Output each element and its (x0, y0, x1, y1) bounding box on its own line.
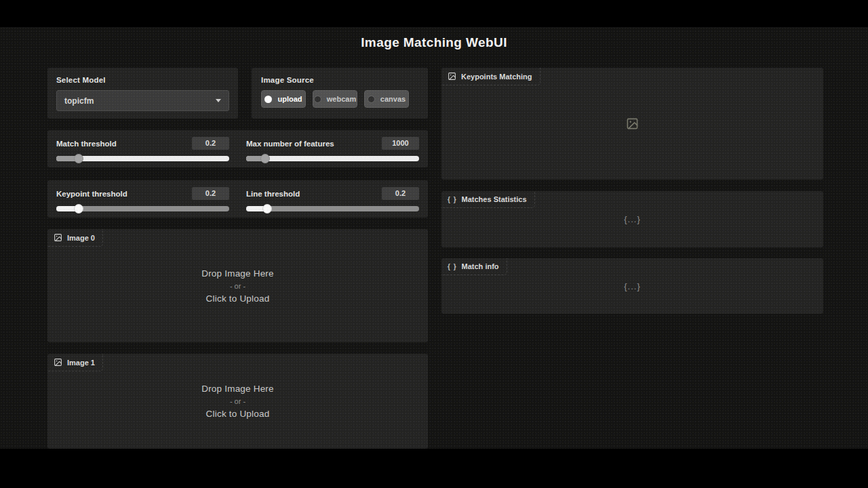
slider-thumb[interactable] (74, 204, 83, 214)
match-threshold-slider-group: Match threshold 0.2 (56, 137, 229, 161)
line-threshold-value[interactable]: 0.2 (382, 187, 419, 200)
match-threshold-label: Match threshold (56, 140, 117, 148)
match-info-badge: { } Match info (441, 258, 507, 275)
image-source-options: upload webcam canvas (261, 90, 418, 108)
keypoint-threshold-slider-group: Keypoint threshold 0.2 (56, 187, 229, 211)
click-to-upload-text: Click to Upload (206, 409, 270, 419)
slider-thumb[interactable] (260, 154, 270, 163)
radio-option-label: upload (277, 95, 302, 103)
image-1-badge: Image 1 (47, 354, 103, 371)
radio-option-webcam[interactable]: webcam (313, 90, 357, 108)
line-threshold-slider[interactable] (246, 206, 419, 211)
matches-statistics-panel: { } Matches Statistics {...} (441, 191, 823, 247)
keypoint-threshold-label: Keypoint threshold (56, 190, 127, 198)
radio-option-label: webcam (327, 95, 356, 103)
slider-thumb[interactable] (262, 204, 272, 214)
or-text: - or - (230, 282, 245, 290)
page-title: Image Matching WebUI (0, 35, 868, 50)
drop-image-text: Drop Image Here (201, 268, 274, 279)
json-braces-icon: { } (448, 196, 457, 203)
model-dropdown[interactable]: topicfm (56, 90, 229, 111)
slider-row-2-panel: Keypoint threshold 0.2 Line threshold 0.… (47, 180, 428, 218)
max-features-slider[interactable] (246, 156, 419, 161)
chevron-down-icon (216, 99, 221, 102)
select-model-panel: Select Model topicfm (47, 68, 238, 119)
image-0-panel: Image 0 Drop Image Here - or - Click to … (47, 229, 428, 342)
image-source-label: Image Source (261, 76, 418, 84)
slider-row-1-panel: Match threshold 0.2 Max number of featur… (47, 130, 428, 167)
image-1-drop-zone[interactable]: Drop Image Here - or - Click to Upload (47, 354, 428, 449)
match-info-label: Match info (462, 262, 499, 270)
click-to-upload-text: Click to Upload (206, 293, 270, 304)
max-features-label: Max number of features (246, 140, 334, 148)
or-text: - or - (230, 397, 245, 405)
slider-thumb[interactable] (74, 154, 83, 163)
matches-statistics-badge: { } Matches Statistics (441, 191, 535, 208)
image-placeholder-icon (626, 117, 639, 130)
model-dropdown-value: topicfm (64, 96, 94, 106)
image-icon (448, 72, 456, 81)
match-threshold-value[interactable]: 0.2 (192, 137, 229, 150)
radio-dot-icon (368, 96, 375, 103)
match-info-panel: { } Match info {...} (441, 258, 823, 314)
json-placeholder: {...} (624, 214, 641, 224)
keypoint-threshold-slider[interactable] (56, 206, 229, 211)
radio-dot-icon (264, 96, 272, 103)
radio-option-canvas[interactable]: canvas (364, 90, 409, 108)
select-model-label: Select Model (56, 76, 229, 84)
json-braces-icon: { } (448, 263, 457, 270)
image-0-drop-zone[interactable]: Drop Image Here - or - Click to Upload (47, 229, 428, 342)
image-0-label: Image 0 (67, 234, 95, 242)
keypoints-matching-panel: Keypoints Matching (441, 68, 823, 180)
max-features-value[interactable]: 1000 (382, 137, 419, 150)
match-threshold-slider[interactable] (56, 156, 229, 161)
image-icon (54, 233, 62, 242)
radio-dot-icon (314, 96, 321, 103)
drop-image-text: Drop Image Here (201, 384, 274, 394)
letterbox-bottom-bar (0, 449, 868, 488)
radio-option-label: canvas (380, 95, 406, 103)
image-0-badge: Image 0 (47, 229, 103, 247)
keypoints-matching-label: Keypoints Matching (461, 73, 532, 81)
image-1-label: Image 1 (67, 359, 95, 367)
image-icon (54, 358, 62, 367)
line-threshold-slider-group: Line threshold 0.2 (246, 187, 419, 211)
letterboxed-stage: Image Matching WebUI Select Model topicf… (0, 0, 868, 488)
image-source-panel: Image Source upload webcam canvas (252, 68, 428, 119)
radio-option-upload[interactable]: upload (261, 90, 306, 108)
keypoints-matching-badge: Keypoints Matching (441, 68, 540, 85)
matches-statistics-label: Matches Statistics (462, 195, 527, 203)
letterbox-top-bar (0, 0, 868, 27)
line-threshold-label: Line threshold (246, 190, 300, 198)
keypoint-threshold-value[interactable]: 0.2 (192, 187, 229, 200)
json-placeholder: {...} (624, 281, 641, 291)
image-1-panel: Image 1 Drop Image Here - or - Click to … (47, 354, 428, 449)
max-features-slider-group: Max number of features 1000 (246, 137, 419, 161)
